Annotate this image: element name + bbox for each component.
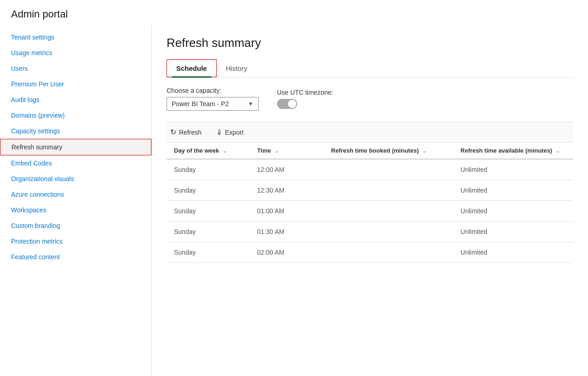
page-title: Admin portal [0,0,588,25]
sidebar-item-usage-metrics[interactable]: Usage metrics [0,45,151,61]
toolbar: ↻ Refresh ⇓ Export [167,122,573,142]
sidebar-item-featured-content[interactable]: Featured content [0,249,151,265]
cell-available-3: Unlimited [453,222,573,242]
utc-toggle[interactable] [277,99,297,109]
sidebar-item-premium-per-user[interactable]: Premium Per User [0,76,151,92]
main-layout: Tenant settingsUsage metricsUsersPremium… [0,25,588,376]
cell-time-3: 01:30 AM [250,222,324,242]
table-row: Sunday01:30 AMUnlimited [167,222,573,242]
table-row: Sunday12:30 AMUnlimited [167,180,573,201]
chevron-down-icon: ▼ [248,101,254,107]
col-header-available[interactable]: Refresh time available (minutes) ⌄ [453,142,573,159]
sidebar-item-domains-preview[interactable]: Domains (preview) [0,108,151,123]
cell-booked-0 [324,159,453,180]
cell-time-0: 12:00 AM [250,159,324,180]
refresh-label: Refresh [179,129,202,136]
controls-row: Choose a capacity: Power BI Team - P2 ▼ … [167,87,573,111]
capacity-select[interactable]: Power BI Team - P2 ▼ [167,97,259,111]
tab-schedule[interactable]: Schedule [167,59,217,77]
sort-icon-day: ⌄ [223,148,226,154]
export-icon: ⇓ [216,128,222,137]
sort-icon-available: ⌄ [556,148,559,154]
table-header-row: Day of the week ⌄ Time ⌄ Refresh time bo… [167,142,573,159]
refresh-button[interactable]: ↻ Refresh [167,126,205,138]
refresh-icon: ↻ [170,128,176,137]
col-header-booked[interactable]: Refresh time booked (minutes) ⌄ [324,142,453,159]
utc-toggle-group: Use UTC timezone: [277,89,333,109]
col-header-time[interactable]: Time ⌄ [250,142,324,159]
tab-history[interactable]: History [217,59,257,77]
table-row: Sunday12:00 AMUnlimited [167,159,573,180]
refresh-table: Day of the week ⌄ Time ⌄ Refresh time bo… [167,142,573,263]
export-button[interactable]: ⇓ Export [213,126,247,138]
cell-time-1: 12:30 AM [250,180,324,201]
sidebar: Tenant settingsUsage metricsUsersPremium… [0,25,152,376]
sidebar-item-organizational-visuals[interactable]: Organizational visuals [0,171,151,187]
cell-available-1: Unlimited [453,180,573,201]
capacity-label: Choose a capacity: [167,87,259,94]
cell-day-2: Sunday [167,201,250,222]
table-row: Sunday01:00 AMUnlimited [167,201,573,222]
main-content: Refresh summary Schedule History Choose … [152,25,588,376]
sidebar-item-users[interactable]: Users [0,61,151,76]
content-title: Refresh summary [167,36,573,50]
export-label: Export [225,129,243,136]
sidebar-item-capacity-settings[interactable]: Capacity settings [0,123,151,139]
table-row: Sunday02:00 AMUnlimited [167,242,573,263]
sidebar-item-tenant-settings[interactable]: Tenant settings [0,29,151,45]
cell-booked-3 [324,222,453,242]
sidebar-item-audit-logs[interactable]: Audit logs [0,92,151,108]
cell-day-4: Sunday [167,242,250,263]
capacity-value: Power BI Team - P2 [172,100,229,108]
app-container: Admin portal Tenant settingsUsage metric… [0,0,588,376]
tabs-container: Schedule History [167,59,573,78]
sidebar-item-custom-branding[interactable]: Custom branding [0,218,151,234]
sidebar-item-refresh-summary[interactable]: Refresh summary [0,139,151,155]
cell-available-2: Unlimited [453,201,573,222]
sidebar-item-embed-codes[interactable]: Embed Codes [0,155,151,171]
cell-time-2: 01:00 AM [250,201,324,222]
cell-day-3: Sunday [167,222,250,242]
sidebar-item-protection-metrics[interactable]: Protection metrics [0,234,151,249]
cell-time-4: 02:00 AM [250,242,324,263]
capacity-group: Choose a capacity: Power BI Team - P2 ▼ [167,87,259,111]
sidebar-item-azure-connections[interactable]: Azure connections [0,187,151,202]
cell-booked-1 [324,180,453,201]
cell-booked-2 [324,201,453,222]
cell-day-0: Sunday [167,159,250,180]
sidebar-item-workspaces[interactable]: Workspaces [0,202,151,218]
sort-icon-booked: ⌄ [422,148,426,154]
cell-available-4: Unlimited [453,242,573,263]
col-header-day[interactable]: Day of the week ⌄ [167,142,250,159]
utc-label: Use UTC timezone: [277,89,333,96]
cell-available-0: Unlimited [453,159,573,180]
cell-day-1: Sunday [167,180,250,201]
sort-icon-time: ⌄ [275,148,278,154]
cell-booked-4 [324,242,453,263]
